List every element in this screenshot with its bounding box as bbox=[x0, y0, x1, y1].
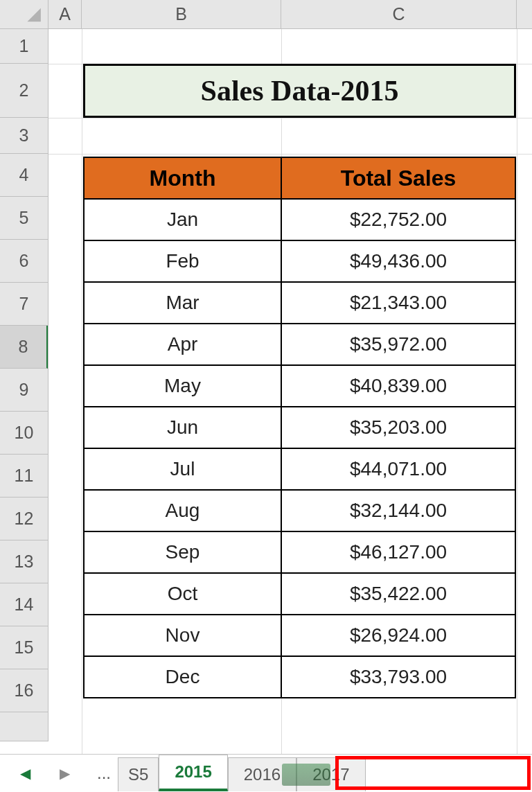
column-headers: A B C bbox=[48, 0, 532, 29]
svg-marker-0 bbox=[27, 8, 41, 22]
tab-more-icon[interactable]: ... bbox=[90, 755, 118, 791]
row-headers: 1 2 3 4 5 6 7 8 9 10 11 12 13 14 15 16 bbox=[0, 29, 48, 741]
row-header-1[interactable]: 1 bbox=[0, 29, 48, 64]
row-header-10[interactable]: 10 bbox=[0, 412, 48, 455]
row-header-9[interactable]: 9 bbox=[0, 369, 48, 412]
table-row: Dec$33,793.00 bbox=[84, 656, 515, 698]
table-row: May$40,839.00 bbox=[84, 365, 515, 407]
table-row: Oct$35,422.00 bbox=[84, 573, 515, 615]
cell-sales[interactable]: $21,343.00 bbox=[281, 282, 515, 324]
row-header-7[interactable]: 7 bbox=[0, 283, 48, 326]
row-header-14[interactable]: 14 bbox=[0, 583, 48, 626]
cell-month[interactable]: Mar bbox=[84, 282, 281, 324]
table-row: Aug$32,144.00 bbox=[84, 490, 515, 531]
sales-data-table: Month Total Sales Jan$22,752.00 Feb$49,4… bbox=[83, 157, 516, 698]
row-header-13[interactable]: 13 bbox=[0, 540, 48, 583]
sheet-tab-hidden[interactable]: S5 bbox=[118, 757, 159, 791]
table-row: Feb$49,436.00 bbox=[84, 240, 515, 282]
row-header-11[interactable]: 11 bbox=[0, 455, 48, 498]
sheet-tab-2015[interactable]: 2015 bbox=[159, 755, 227, 791]
row-header-8[interactable]: 8 bbox=[0, 326, 48, 369]
cell-sales[interactable]: $26,924.00 bbox=[281, 615, 515, 656]
table-row: Nov$26,924.00 bbox=[84, 615, 515, 656]
tab-next-icon[interactable]: ▶ bbox=[60, 765, 70, 782]
cell-sales[interactable]: $44,071.00 bbox=[281, 448, 515, 490]
tab-nav: ◀ ▶ bbox=[0, 755, 90, 791]
col-header-B[interactable]: B bbox=[82, 0, 281, 28]
table-row: Jan$22,752.00 bbox=[84, 199, 515, 240]
title-cell[interactable]: Sales Data-2015 bbox=[83, 64, 516, 118]
cell-month[interactable]: Sep bbox=[84, 531, 281, 573]
header-total-sales[interactable]: Total Sales bbox=[281, 157, 515, 199]
table-row: Apr$35,972.00 bbox=[84, 324, 515, 365]
cell-month[interactable]: Jan bbox=[84, 199, 281, 240]
cell-sales[interactable]: $35,422.00 bbox=[281, 573, 515, 615]
col-header-A[interactable]: A bbox=[48, 0, 82, 28]
cell-sales[interactable]: $46,127.00 bbox=[281, 531, 515, 573]
cell-sales[interactable]: $35,972.00 bbox=[281, 324, 515, 365]
cell-month[interactable]: Feb bbox=[84, 240, 281, 282]
row-header-15[interactable]: 15 bbox=[0, 626, 48, 669]
row-header-16[interactable]: 16 bbox=[0, 669, 48, 712]
cell-month[interactable]: Jul bbox=[84, 448, 281, 490]
cell-sales[interactable]: $49,436.00 bbox=[281, 240, 515, 282]
table-row: Mar$21,343.00 bbox=[84, 282, 515, 324]
cell-month[interactable]: May bbox=[84, 365, 281, 407]
table-row: Sep$46,127.00 bbox=[84, 531, 515, 573]
col-header-C[interactable]: C bbox=[281, 0, 517, 28]
row-header-2[interactable]: 2 bbox=[0, 64, 48, 118]
row-header-12[interactable]: 12 bbox=[0, 498, 48, 540]
cell-sales[interactable]: $40,839.00 bbox=[281, 365, 515, 407]
watermark-icon bbox=[282, 764, 330, 786]
cell-month[interactable]: Jun bbox=[84, 407, 281, 448]
sheet-tab-bar: ◀ ▶ ... S5 2015 2016 2017 bbox=[0, 754, 532, 791]
tab-prev-icon[interactable]: ◀ bbox=[20, 765, 30, 782]
cell-month[interactable]: Dec bbox=[84, 656, 281, 698]
row-header-4[interactable]: 4 bbox=[0, 154, 48, 197]
spreadsheet-grid: A B C 1 2 3 4 5 6 7 8 9 10 11 12 13 14 1… bbox=[0, 0, 532, 754]
table-row: Jun$35,203.00 bbox=[84, 407, 515, 448]
row-header-5[interactable]: 5 bbox=[0, 197, 48, 240]
cell-sales[interactable]: $35,203.00 bbox=[281, 407, 515, 448]
cell-month[interactable]: Aug bbox=[84, 490, 281, 531]
cell-sales[interactable]: $33,793.00 bbox=[281, 656, 515, 698]
cell-sales[interactable]: $22,752.00 bbox=[281, 199, 515, 240]
row-header-blank[interactable] bbox=[0, 712, 48, 741]
cell-month[interactable]: Oct bbox=[84, 573, 281, 615]
cell-month[interactable]: Nov bbox=[84, 615, 281, 656]
cells-area[interactable]: Sales Data-2015 Month Total Sales Jan$22… bbox=[48, 29, 532, 754]
cell-month[interactable]: Apr bbox=[84, 324, 281, 365]
header-month[interactable]: Month bbox=[84, 157, 281, 199]
table-row: Jul$44,071.00 bbox=[84, 448, 515, 490]
cell-sales[interactable]: $32,144.00 bbox=[281, 490, 515, 531]
sheet-tabs: S5 2015 2016 2017 bbox=[118, 755, 532, 791]
select-all-corner[interactable] bbox=[0, 0, 48, 29]
row-header-3[interactable]: 3 bbox=[0, 118, 48, 154]
table-header-row: Month Total Sales bbox=[84, 157, 515, 199]
row-header-6[interactable]: 6 bbox=[0, 240, 48, 283]
title-text: Sales Data-2015 bbox=[201, 74, 399, 107]
